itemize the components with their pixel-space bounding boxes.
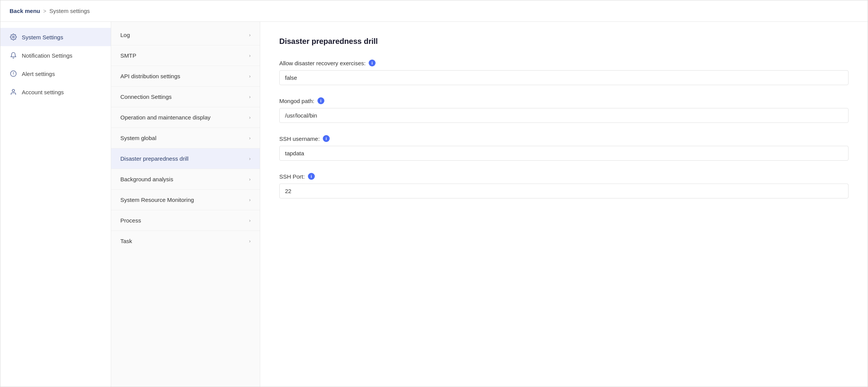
middle-menu-item-background-analysis[interactable]: Background analysis › [111, 169, 260, 190]
input-allow-recovery[interactable] [279, 70, 849, 85]
middle-menu-item-label-system-resource: System Resource Monitoring [120, 197, 194, 203]
chevron-right-icon: › [249, 53, 251, 58]
middle-menu-item-label-log: Log [120, 32, 130, 38]
chevron-right-icon: › [249, 197, 251, 203]
breadcrumb-back-link[interactable]: Back menu [10, 8, 40, 14]
label-text-ssh-username: SSH username: [279, 135, 320, 142]
sidebar-item-label-notification-settings: Notification Settings [22, 52, 73, 59]
middle-menu-item-task[interactable]: Task › [111, 231, 260, 251]
main-area: System Settings Notification Settings [0, 22, 868, 387]
input-ssh-port[interactable] [279, 184, 849, 198]
middle-menu-item-api-distribution[interactable]: API distribution settings › [111, 66, 260, 87]
user-icon [10, 88, 17, 96]
sidebar-item-label-system-settings: System Settings [22, 34, 63, 40]
gear-icon [10, 33, 17, 41]
middle-menu-item-label-system-global: System global [120, 135, 156, 141]
form-group-ssh-username: SSH username: i [279, 135, 849, 161]
form-label-allow-recovery: Allow disaster recovery exercises: i [279, 60, 849, 66]
svg-point-0 [13, 36, 15, 38]
chevron-right-icon: › [249, 32, 251, 38]
sidebar-item-label-alert-settings: Alert settings [22, 71, 55, 77]
info-icon-ssh-port[interactable]: i [308, 173, 315, 180]
chevron-right-icon: › [249, 218, 251, 223]
label-text-ssh-port: SSH Port: [279, 173, 305, 180]
form-label-ssh-port: SSH Port: i [279, 173, 849, 180]
chevron-right-icon: › [249, 94, 251, 100]
sidebar-left: System Settings Notification Settings [0, 22, 111, 387]
info-icon-allow-recovery[interactable]: i [369, 60, 376, 66]
chevron-right-icon: › [249, 156, 251, 161]
input-ssh-username[interactable] [279, 146, 849, 161]
middle-menu-item-label-disaster-drill: Disaster preparedness drill [120, 155, 188, 162]
middle-menu-item-smtp[interactable]: SMTP › [111, 45, 260, 66]
middle-menu-item-label-api-distribution: API distribution settings [120, 73, 180, 79]
form-label-mongod-path: Mongod path: i [279, 97, 849, 104]
middle-menu-item-label-operation-maintenance: Operation and maintenance display [120, 114, 211, 121]
chevron-right-icon: › [249, 114, 251, 120]
middle-menu-item-label-connection-settings: Connection Settings [120, 94, 172, 100]
middle-menu-item-label-background-analysis: Background analysis [120, 176, 173, 182]
form-group-mongod-path: Mongod path: i [279, 97, 849, 123]
sidebar-item-label-account-settings: Account settings [22, 89, 64, 95]
chevron-right-icon: › [249, 73, 251, 79]
info-icon-mongod-path[interactable]: i [317, 97, 324, 104]
label-text-mongod-path: Mongod path: [279, 98, 314, 104]
chevron-right-icon: › [249, 176, 251, 182]
chevron-right-icon: › [249, 238, 251, 244]
middle-menu-item-label-task: Task [120, 238, 132, 244]
sidebar-item-notification-settings[interactable]: Notification Settings [0, 46, 111, 64]
middle-menu-item-label-process: Process [120, 217, 141, 224]
content-panel: Disaster preparedness drill Allow disast… [260, 22, 868, 387]
svg-point-4 [12, 89, 15, 92]
form-group-ssh-port: SSH Port: i [279, 173, 849, 198]
bell-icon [10, 52, 17, 59]
sidebar-item-system-settings[interactable]: System Settings [0, 28, 111, 46]
info-icon-ssh-username[interactable]: i [323, 135, 330, 142]
alert-circle-icon [10, 70, 17, 77]
form-group-allow-recovery: Allow disaster recovery exercises: i [279, 60, 849, 85]
middle-menu-item-log[interactable]: Log › [111, 25, 260, 45]
breadcrumb-separator: > [43, 8, 46, 14]
sidebar-item-account-settings[interactable]: Account settings [0, 83, 111, 101]
breadcrumb-current: System settings [49, 8, 90, 14]
middle-menu-item-operation-maintenance[interactable]: Operation and maintenance display › [111, 107, 260, 128]
input-mongod-path[interactable] [279, 108, 849, 123]
breadcrumb-bar: Back menu > System settings [0, 0, 868, 22]
chevron-right-icon: › [249, 135, 251, 141]
middle-menu: Log › SMTP › API distribution settings ›… [111, 22, 260, 387]
label-text-allow-recovery: Allow disaster recovery exercises: [279, 60, 366, 66]
middle-menu-item-system-global[interactable]: System global › [111, 128, 260, 148]
middle-menu-item-process[interactable]: Process › [111, 210, 260, 231]
page-title: Disaster preparedness drill [279, 37, 849, 46]
middle-menu-item-system-resource[interactable]: System Resource Monitoring › [111, 190, 260, 210]
form-label-ssh-username: SSH username: i [279, 135, 849, 142]
middle-menu-item-disaster-drill[interactable]: Disaster preparedness drill › [111, 148, 260, 169]
sidebar-item-alert-settings[interactable]: Alert settings [0, 64, 111, 83]
middle-menu-item-connection-settings[interactable]: Connection Settings › [111, 87, 260, 107]
middle-menu-item-label-smtp: SMTP [120, 52, 136, 59]
